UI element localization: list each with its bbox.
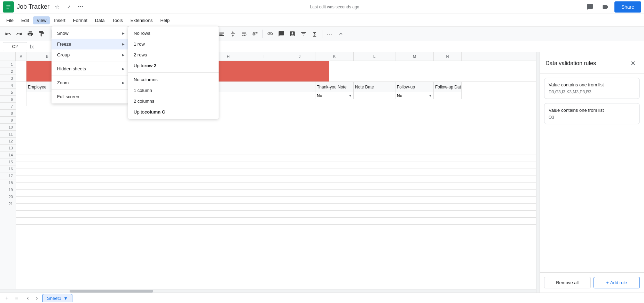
remove-all-button[interactable]: Remove all [544,277,591,288]
sheet-nav-right[interactable]: › [33,294,41,302]
more-title-button[interactable]: ••• [76,2,86,12]
view-menu-show[interactable]: Show [52,28,128,39]
rotate-button[interactable] [250,29,260,39]
row-17: 17 [0,172,16,179]
meet-button[interactable] [599,1,612,13]
chart-button[interactable] [287,29,298,39]
cell-reference-input[interactable] [3,42,27,51]
view-menu-fullscreen-label: F [57,94,60,99]
dv-rule-2-title: Value contains one from list [549,108,635,113]
view-menu-zoom[interactable]: Zoom [52,77,128,88]
menu-edit[interactable]: Edit [18,16,32,24]
link-button[interactable] [265,29,275,39]
col-header-j: J [284,52,315,61]
menu-data[interactable]: Data [92,16,108,24]
fx-label: fx [29,44,35,49]
add-sheet-icon: + [5,295,8,301]
print-button[interactable] [25,29,36,39]
cell-a1[interactable] [16,61,26,81]
menu-format[interactable]: Format [70,16,91,24]
sheet-nav-left[interactable]: ‹ [24,294,32,302]
cell-m3-dropdown[interactable]: No ▼ [395,92,434,99]
sheet-scroll-arrows: ‹ › [24,294,41,302]
col-header-l: L [354,52,395,61]
chat-button[interactable] [584,1,596,13]
sheet-tab-label: Sheet1 [47,296,61,301]
row-data-17 [16,190,540,197]
menu-help[interactable]: Help [157,16,173,24]
cell-h3[interactable] [214,92,242,99]
cell-a2[interactable] [16,82,26,92]
dv-rules-list: Value contains one from list D3,G3,I3,K3… [540,73,644,272]
freeze-2-rows[interactable]: 2 rows [128,49,219,60]
vertical-scrollbar[interactable] [536,52,540,293]
function-button[interactable]: ∑ [309,29,320,39]
freeze-2-cols-label: 2 columns [134,99,154,104]
dv-header: Data validation rules ✕ [540,52,644,73]
cell-h2[interactable] [214,82,242,92]
row-6: 6 [0,96,16,103]
view-menu-zoom-label: Zoom [57,80,69,85]
redo-button[interactable] [14,29,24,39]
freeze-up-to-row[interactable]: Up to row 2 [128,60,219,71]
menu-view[interactable]: View [33,16,50,24]
view-menu-group[interactable]: Group [52,49,128,60]
view-menu-freeze[interactable]: Freeze [52,39,128,49]
row-data-19 [16,204,540,211]
freeze-no-cols[interactable]: No columns [128,74,219,85]
cell-k3-dropdown[interactable]: No ▼ [315,92,354,99]
freeze-1-col[interactable]: 1 column [128,85,219,96]
filter-button[interactable] [298,29,309,39]
menu-insert[interactable]: Insert [50,16,69,24]
move-button[interactable]: ⤢ [64,2,74,12]
doc-title: Job Tracker [17,3,49,10]
add-sheet-button[interactable]: + [3,294,11,302]
dv-rule-2[interactable]: Value contains one from list O3 [544,103,640,124]
paint-format-button[interactable] [36,29,47,39]
freeze-2-cols[interactable]: 2 columns [128,96,219,107]
row-5: 5 [0,89,16,96]
view-menu-group-label: Group [57,52,70,57]
share-button[interactable]: Share [614,1,641,13]
freeze-1-row[interactable]: 1 row [128,39,219,49]
freeze-up-to-col[interactable]: Up to column C [128,107,219,117]
freeze-no-cols-label: No columns [134,77,158,82]
view-menu-fullscreen-text: ull screen [60,94,79,99]
row-16: 16 [0,165,16,172]
view-menu-fullscreen[interactable]: F ull screen [52,91,128,102]
cell-n3[interactable] [434,92,462,99]
svg-rect-3 [6,8,9,8]
hide-toolbar-button[interactable] [336,29,346,39]
comment-button[interactable] [276,29,286,39]
dv-close-button[interactable]: ✕ [627,58,638,69]
horizontal-scrollbar[interactable] [0,289,536,293]
freeze-no-rows[interactable]: No rows [128,28,219,39]
menu-extensions[interactable]: Extensions [127,16,156,24]
sheet-tab-1[interactable]: Sheet1 ▼ [42,294,72,302]
menu-file[interactable]: File [3,16,17,24]
star-button[interactable]: ☆ [52,2,62,12]
cell-i2[interactable] [242,82,284,92]
title-icons: ☆ ⤢ ••• [52,2,86,12]
cell-i3[interactable] [242,92,284,99]
freeze-up-to-row-label-pre: Up to [134,63,144,68]
sheets-menu-button[interactable]: ≡ [13,294,21,302]
dv-rule-1[interactable]: Value contains one from list D3,G3,I3,K3… [544,78,640,99]
undo-button[interactable] [3,29,13,39]
view-menu-dropdown: Show Freeze Group Hidden sheets Zoom F u… [52,26,128,103]
cell-l3[interactable] [354,92,395,99]
cell-j2[interactable] [284,82,315,92]
view-menu-hidden[interactable]: Hidden sheets [52,63,128,74]
wrap-button[interactable] [239,29,249,39]
row-data-5 [16,106,540,113]
add-rule-button[interactable]: + Add rule [594,277,640,288]
view-menu-freeze-label: Freeze [57,41,71,47]
row-4: 4 [0,82,16,89]
row-data-14 [16,169,540,176]
valign-button[interactable] [228,29,238,39]
menu-tools[interactable]: Tools [109,16,126,24]
row-data-15 [16,176,540,183]
cell-j3[interactable] [284,92,315,99]
more-toolbar-button[interactable]: ⋯ [324,29,335,39]
cell-a3[interactable] [16,92,26,99]
